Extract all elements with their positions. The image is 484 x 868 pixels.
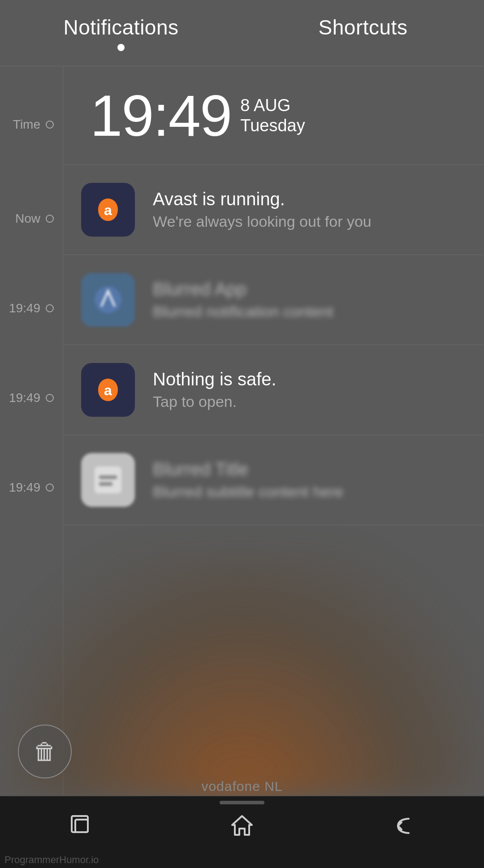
timeline-column: Time Now 19:49 19:49 19:49 — [0, 66, 63, 796]
back-button[interactable] — [376, 810, 430, 846]
recents-icon — [69, 813, 92, 842]
notification-blurred-1[interactable]: Blurred App Blurred notification content — [63, 255, 484, 345]
blurred-icon-2-wrap — [81, 453, 135, 507]
carrier-label: vodafone NL — [201, 779, 282, 794]
tab-shortcuts-label: Shortcuts — [319, 15, 408, 39]
svg-rect-6 — [99, 475, 117, 479]
notification-blurred-2[interactable]: Blurred Title Blurred subtitle content h… — [63, 435, 484, 525]
notif-blurred-2-text: Blurred Title Blurred subtitle content h… — [153, 459, 466, 501]
tab-shortcuts[interactable]: Shortcuts — [242, 0, 484, 66]
avast-icon-wrap: a — [81, 183, 135, 237]
notif-avast-unsafe-title: Nothing is safe. — [153, 369, 466, 389]
notif-avast-unsafe-subtitle: Tap to open. — [153, 393, 466, 410]
svg-rect-5 — [95, 466, 121, 493]
time-row-2: 19:49 — [0, 353, 63, 443]
back-icon — [392, 813, 415, 842]
clock-date-day: 8 AUG — [240, 95, 305, 116]
notif-blurred-2-title: Blurred Title — [153, 459, 466, 479]
clock-time: 19:49 — [90, 82, 231, 149]
time-clock-row: Time — [0, 75, 63, 174]
home-button[interactable] — [215, 810, 269, 846]
notification-avast-unsafe[interactable]: a Nothing is safe. Tap to open. — [63, 345, 484, 435]
notif-blurred-2-subtitle: Blurred subtitle content here — [153, 483, 466, 501]
now-row: Now — [0, 174, 63, 263]
svg-rect-7 — [99, 482, 112, 486]
tab-notifications[interactable]: Notifications — [0, 0, 242, 66]
time-label: Time — [13, 117, 40, 132]
clear-notifications-button[interactable]: 🗑 — [18, 725, 72, 778]
svg-text:a: a — [104, 202, 112, 218]
time-1-dot — [46, 304, 54, 312]
notif-avast-unsafe-text: Nothing is safe. Tap to open. — [153, 369, 466, 410]
time-row-1: 19:49 — [0, 263, 63, 353]
notification-avast-running[interactable]: a Avast is running. We're always looking… — [63, 165, 484, 255]
clock-weekday: Tuesday — [240, 116, 305, 135]
avast-icon-wrap-2: a — [81, 363, 135, 417]
notif-avast-running-text: Avast is running. We're always looking o… — [153, 189, 466, 230]
svg-text:a: a — [104, 382, 112, 398]
blurred-icon-1-wrap — [81, 273, 135, 327]
blurred-app-icon-1 — [90, 282, 126, 318]
main-content: Time Now 19:49 19:49 19:49 19:49 8 — [0, 66, 484, 796]
time-dot — [46, 121, 54, 129]
nav-handle — [220, 801, 264, 804]
time-3-dot — [46, 484, 54, 492]
clock-section: 19:49 8 AUG Tuesday — [63, 66, 484, 165]
time-row-3: 19:49 — [0, 443, 63, 532]
time-2-dot — [46, 394, 54, 402]
notif-avast-running-subtitle: We're always looking out for you — [153, 213, 466, 230]
svg-rect-8 — [72, 816, 88, 832]
home-icon — [230, 813, 254, 842]
tab-bar: Notifications Shortcuts — [0, 0, 484, 66]
svg-rect-9 — [75, 820, 88, 832]
notif-blurred-1-subtitle: Blurred notification content — [153, 303, 466, 320]
time-1-label: 19:49 — [9, 301, 40, 315]
time-3-label: 19:49 — [9, 480, 40, 495]
avast-logo-icon: a — [90, 192, 126, 228]
avast-logo-icon-2: a — [90, 372, 126, 408]
watermark: ProgrammerHumor.io — [4, 854, 99, 866]
time-2-label: 19:49 — [9, 391, 40, 405]
notif-blurred-1-title: Blurred App — [153, 279, 466, 299]
svg-marker-10 — [232, 816, 252, 835]
now-label: Now — [15, 212, 40, 226]
notif-avast-running-title: Avast is running. — [153, 189, 466, 209]
recents-button[interactable] — [54, 810, 108, 846]
trash-icon: 🗑 — [33, 738, 56, 765]
now-dot — [46, 215, 54, 223]
notif-blurred-1-text: Blurred App Blurred notification content — [153, 279, 466, 320]
blurred-app-icon-2 — [90, 462, 126, 498]
notifications-column: 19:49 8 AUG Tuesday a Avast is running. … — [63, 66, 484, 796]
clock-date: 8 AUG Tuesday — [240, 95, 305, 135]
tab-notifications-indicator — [117, 44, 125, 51]
tab-notifications-label: Notifications — [63, 15, 178, 39]
